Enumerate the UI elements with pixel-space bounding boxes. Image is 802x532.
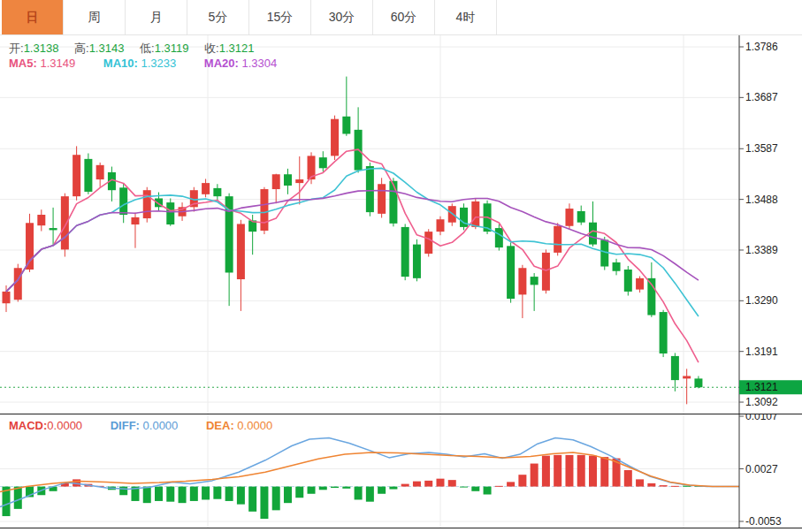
current-price-badge: 1.3121: [745, 381, 778, 393]
low-label: 低:: [140, 42, 155, 55]
price-axis-tick: 1.3786: [745, 41, 778, 53]
ma20-label: MA20:: [204, 57, 239, 70]
close-value: 1.3121: [219, 42, 255, 55]
candlestick-chart-panel[interactable]: 1.37861.36871.35871.34881.33891.32901.31…: [0, 35, 802, 414]
macd-readout-row: MACD:0.0000 DIFF: 0.0000 DEA: 0.0000: [9, 419, 297, 432]
high-label: 高:: [74, 42, 89, 55]
tab-7-inactive[interactable]: 60分: [373, 0, 435, 34]
ma5-value: 1.3149: [40, 57, 75, 70]
tab-3-inactive[interactable]: 月: [126, 0, 187, 34]
macd-axis-tick: 0.0107: [745, 414, 778, 422]
diff-label: DIFF:: [111, 419, 140, 432]
dea-label: DEA:: [206, 419, 234, 432]
price-axis-tick: 1.3290: [745, 294, 778, 307]
open-value: 1.3138: [24, 42, 59, 55]
ma5-label: MA5:: [9, 57, 37, 70]
price-axis-tick: 1.3687: [745, 91, 778, 103]
low-value: 1.3119: [155, 42, 189, 55]
macd-axis-tick: -0.0053: [745, 515, 782, 528]
price-axis-tick: 1.3092: [745, 396, 778, 408]
tab-8-inactive[interactable]: 4时: [435, 0, 497, 34]
macd-axis-tick: 0.0027: [745, 463, 778, 475]
price-axis-tick: 1.3587: [745, 142, 778, 155]
high-value: 1.3143: [89, 42, 125, 55]
macd-value: 0.0000: [47, 419, 82, 432]
ma10-value: 1.3233: [141, 57, 176, 70]
ma-readout-row: MA5: 1.3149 MA10: 1.3233 MA20: 1.3304: [9, 57, 302, 70]
diff-value: 0.0000: [143, 419, 179, 432]
price-axis-tick: 1.3488: [745, 194, 778, 206]
ma10-label: MA10:: [103, 57, 138, 70]
tab-4-inactive[interactable]: 5分: [187, 0, 249, 34]
tab-6-inactive[interactable]: 30分: [311, 0, 373, 34]
price-axis-tick: 1.3191: [745, 346, 778, 358]
price-axis-tick: 1.3389: [745, 244, 778, 256]
clipped-time-axis-strip: [0, 528, 802, 532]
timeframe-tabbar: 日周月5分15分30分60分4时: [0, 0, 802, 35]
macd-label: MACD:: [9, 419, 47, 432]
trading-chart-app: { "tabs": { "items": [ {"label": "日", "a…: [0, 0, 802, 532]
ma20-value: 1.3304: [241, 57, 277, 70]
tab-5-inactive[interactable]: 15分: [249, 0, 311, 34]
ohlc-readout-row: 开:1.3138 高:1.3143 低:1.3119 收:1.3121: [9, 41, 254, 57]
open-label: 开:: [9, 42, 24, 55]
tab-2-inactive[interactable]: 周: [64, 0, 126, 34]
dea-value: 0.0000: [237, 419, 272, 432]
tab-1-active[interactable]: 日: [2, 0, 64, 34]
close-label: 收:: [204, 42, 219, 55]
